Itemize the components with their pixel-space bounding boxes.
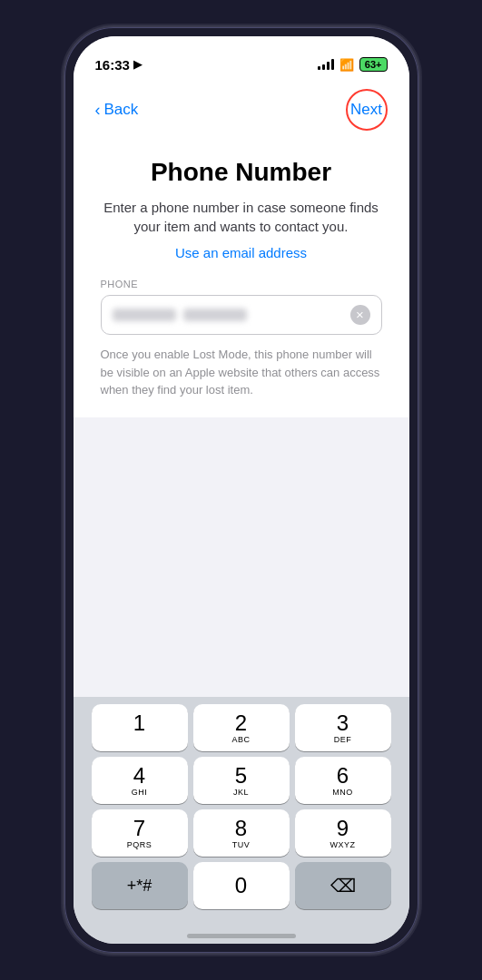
signal-bar-1 <box>318 66 320 70</box>
backspace-icon: ⌫ <box>330 875 356 897</box>
back-button[interactable]: ‹ Back <box>95 101 139 120</box>
key-row-2: 4 GHI 5 JKL 6 MNO <box>77 757 406 804</box>
chevron-left-icon: ‹ <box>95 101 101 120</box>
phone-input-container[interactable] <box>101 295 382 335</box>
key-5[interactable]: 5 JKL <box>193 757 290 804</box>
key-row-4: +*# 0 ⌫ <box>77 862 406 909</box>
key-2-num: 2 <box>235 712 247 734</box>
key-5-letters: JKL <box>233 788 249 797</box>
key-1-num: 1 <box>133 712 145 734</box>
key-2-letters: ABC <box>231 735 250 744</box>
signal-bar-2 <box>322 64 325 70</box>
spacer <box>74 417 409 698</box>
clear-input-button[interactable] <box>350 305 370 325</box>
status-bar: 16:33 ▶ 📶 63+ <box>74 36 409 82</box>
key-6-letters: MNO <box>332 788 353 797</box>
key-1[interactable]: 1 <box>92 704 188 751</box>
signal-bar-4 <box>331 59 334 70</box>
home-bar <box>187 934 296 938</box>
helper-text: Once you enable Lost Mode, this phone nu… <box>101 346 382 399</box>
status-icons: 📶 63+ <box>318 57 388 72</box>
key-4[interactable]: 4 GHI <box>92 757 188 804</box>
key-8[interactable]: 8 TUV <box>193 809 290 857</box>
key-9-letters: WXYZ <box>330 840 356 849</box>
phone-frame: 16:33 ▶ 📶 63+ ‹ Back <box>64 27 418 953</box>
key-special[interactable]: +*# <box>92 862 188 909</box>
status-time: 16:33 ▶ <box>95 57 142 73</box>
phone-screen: 16:33 ▶ 📶 63+ ‹ Back <box>74 36 409 944</box>
key-7-letters: PQRS <box>127 840 152 849</box>
key-1-letters <box>138 735 141 744</box>
back-label: Back <box>104 101 139 119</box>
key-9[interactable]: 9 WXYZ <box>295 809 391 857</box>
wifi-icon: 📶 <box>339 58 354 72</box>
key-8-letters: TUV <box>232 840 251 849</box>
blur-block-2 <box>183 309 247 321</box>
nav-bar: ‹ Back Next <box>74 82 409 140</box>
battery-badge: 63+ <box>359 57 388 72</box>
battery-level: 63 <box>365 59 376 70</box>
phone-blurred-value <box>113 309 350 321</box>
key-7-num: 7 <box>133 818 145 839</box>
home-indicator <box>74 918 409 944</box>
key-3-letters: DEF <box>334 735 352 744</box>
key-3[interactable]: 3 DEF <box>295 704 391 751</box>
signal-bar-3 <box>327 62 330 70</box>
key-8-num: 8 <box>235 818 247 839</box>
next-button[interactable]: Next <box>346 89 388 131</box>
signal-bars <box>318 59 334 70</box>
key-7[interactable]: 7 PQRS <box>92 809 188 857</box>
key-0-num: 0 <box>235 875 247 897</box>
key-5-num: 5 <box>235 765 247 787</box>
email-link[interactable]: Use an email address <box>101 245 382 260</box>
content-area: Phone Number Enter a phone number in cas… <box>74 140 409 417</box>
keyboard: 1 2 ABC 3 DEF 4 GHI 5 <box>74 697 409 918</box>
blur-block-1 <box>113 309 176 321</box>
key-row-3: 7 PQRS 8 TUV 9 WXYZ <box>77 809 406 857</box>
key-4-letters: GHI <box>132 788 148 797</box>
key-6-num: 6 <box>337 765 349 787</box>
page-title: Phone Number <box>101 158 382 187</box>
key-backspace[interactable]: ⌫ <box>295 862 391 909</box>
key-2[interactable]: 2 ABC <box>193 704 290 751</box>
page-description: Enter a phone number in case someone fin… <box>101 198 382 236</box>
key-0[interactable]: 0 <box>193 862 290 909</box>
key-row-1: 1 2 ABC 3 DEF <box>77 704 406 751</box>
key-4-num: 4 <box>133 765 145 787</box>
key-3-num: 3 <box>337 712 349 734</box>
next-label: Next <box>350 101 382 119</box>
key-9-num: 9 <box>337 818 349 839</box>
key-6[interactable]: 6 MNO <box>295 757 391 804</box>
phone-field-label: PHONE <box>101 279 382 289</box>
time-display: 16:33 <box>95 57 130 73</box>
key-special-label: +*# <box>127 877 152 896</box>
location-icon: ▶ <box>133 58 142 71</box>
